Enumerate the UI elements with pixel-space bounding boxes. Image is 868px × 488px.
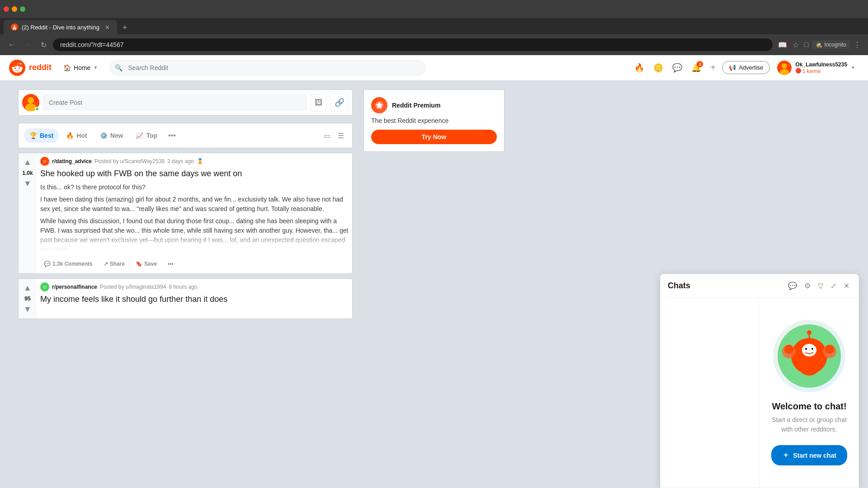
post-card: ▲ 1.0k ▼ r/ r/dating_advice Posted by u/… [18,153,353,274]
sort-tab-best[interactable]: 🏆 Best [24,128,59,143]
chat-icon-btn[interactable]: 💬 [670,60,685,75]
tab-title: (2) Reddit - Dive into anything [22,24,99,31]
hot-icon: 🔥 [66,132,74,139]
try-now-btn[interactable]: Try Now [371,130,497,144]
start-chat-plus-icon: ＋ [782,450,789,460]
post-content: r/ r/personalfinance Posted by u/Imagina… [37,279,352,319]
sort-tab-new[interactable]: ⚙️ New [94,128,129,143]
browser-window-controls [0,0,868,18]
create-post-icon-btn[interactable]: + [708,60,718,75]
menu-icon[interactable]: ⋮ [852,39,863,51]
welcome-snoo-svg [778,324,841,388]
tab-favicon [11,23,18,31]
chats-expand-icon-btn[interactable]: ⤢ [829,280,838,292]
reddit-logo-text: reddit [29,63,52,72]
chats-close-icon-btn[interactable]: ✕ [842,280,851,292]
post-inner: ▲ 95 ▼ r/ r/personalfinance Posted by u/… [19,279,352,319]
upvote-btn[interactable]: ▲ [21,157,34,168]
post-subreddit[interactable]: r/personalfinance [52,284,97,290]
post-fade-overlay [40,232,349,254]
user-menu[interactable]: Ok_Lawfulness5235 🔴 1 karma ▼ [774,59,859,77]
post-title[interactable]: She hooked up with FWB on the same days … [40,169,349,179]
downvote-btn[interactable]: ▼ [21,304,34,315]
premium-icon [371,97,387,113]
reddit-logo[interactable]: reddit [9,60,52,76]
sort-tab-top[interactable]: 📈 Top [130,128,163,143]
search-icon: 🔍 [115,64,123,71]
more-sort-btn[interactable]: ••• [165,128,179,143]
award-icon: 🏅 [197,158,203,164]
premium-title: Reddit Premium [392,102,440,109]
welcome-title: Welcome to chat! [772,401,846,412]
create-post-input[interactable] [43,95,307,110]
tab-close-btn[interactable]: ✕ [105,24,110,31]
home-nav-btn[interactable]: 🏠 Home ▼ [59,61,102,74]
user-details: Ok_Lawfulness5235 🔴 1 karma [795,61,847,74]
new-tab-btn[interactable]: + [119,21,131,34]
vote-col: ▲ 95 ▼ [19,279,37,319]
create-post-widget: 🖼 🔗 [18,89,353,116]
reddit-header: reddit 🏠 Home ▼ 🔍 🔥 🪙 💬 🔔 2 + 📢 Advertis… [0,55,868,80]
chats-chevron-icon-btn[interactable]: ▽ [816,280,825,292]
post-subreddit[interactable]: r/dating_advice [52,158,92,164]
svg-point-26 [784,345,793,354]
save-btn[interactable]: 🔖 Save [132,258,160,270]
forward-btn[interactable]: → [22,39,34,51]
refresh-btn[interactable]: ↻ [38,39,49,51]
image-upload-btn[interactable]: 🖼 [311,94,327,112]
window-close-btn[interactable] [4,6,9,12]
post-time: 8 hours ago [169,284,197,290]
welcome-illustration [773,320,845,392]
active-browser-tab[interactable]: (2) Reddit - Dive into anything ✕ [4,20,117,34]
coins-icon-btn[interactable]: 🪙 [651,60,666,75]
popular-icon-btn[interactable]: 🔥 [632,60,647,75]
address-bar[interactable] [53,38,773,51]
chats-list-sidebar [660,298,760,488]
notifications-icon-btn[interactable]: 🔔 2 [689,60,704,75]
browser-tab-bar: (2) Reddit - Dive into anything ✕ + [0,18,868,34]
search-bar-container: 🔍 [109,60,426,75]
svg-point-27 [825,345,834,354]
post-title[interactable]: My income feels like it should go furthe… [40,294,349,305]
window-minimize-btn[interactable] [12,6,17,12]
feed: 🖼 🔗 🏆 Best 🔥 Hot ⚙️ New 📈 [18,89,353,479]
reader-mode-icon[interactable]: 📖 [776,39,789,51]
downvote-btn[interactable]: ▼ [21,178,34,189]
bookmark-icon[interactable]: ☆ [791,39,801,51]
sort-tab-hot[interactable]: 🔥 Hot [61,128,92,143]
advertise-btn[interactable]: 📢 Advertise [722,61,770,74]
compact-view-btn[interactable]: ☰ [335,129,347,143]
card-view-btn[interactable]: ▭ [321,129,333,143]
chats-body: Welcome to chat! Start a direct or group… [660,298,859,488]
vote-col: ▲ 1.0k ▼ [19,153,37,273]
share-btn[interactable]: ↗ Share [100,258,128,270]
link-btn[interactable]: 🔗 [330,94,349,112]
comments-icon: 💬 [44,261,51,267]
svg-point-16 [802,344,816,357]
post-meta: r/ r/personalfinance Posted by u/Imagina… [40,282,349,291]
search-input[interactable] [109,60,426,75]
premium-description: The best Reddit experience [371,117,497,124]
chats-message-icon-btn[interactable]: 💬 [786,280,799,292]
sidebar-icon[interactable]: □ [802,39,811,51]
svg-point-22 [807,330,811,335]
browser-nav-icons: 📖 ☆ □ 🕵️ Incognito ⋮ [776,39,863,51]
top-icon: 📈 [136,132,143,139]
premium-header: Reddit Premium [371,97,497,113]
svg-point-20 [811,348,813,350]
chats-filter-icon-btn[interactable]: ⚙ [802,280,812,292]
chats-welcome-area: Welcome to chat! Start a direct or group… [760,298,859,488]
more-actions-btn[interactable]: ••• [164,258,177,270]
browser-nav-bar: ← → ↻ 📖 ☆ □ 🕵️ Incognito ⋮ [0,34,868,55]
svg-point-7 [782,63,787,69]
back-btn[interactable]: ← [5,39,18,51]
comments-btn[interactable]: 💬 1.3k Comments [40,258,96,270]
notification-badge: 2 [697,61,703,67]
post-content: r/ r/dating_advice Posted by u/ScaredWay… [37,153,352,273]
online-status-dot [35,107,39,111]
chats-title: Chats [668,281,783,291]
upvote-btn[interactable]: ▲ [21,282,34,294]
advertise-icon: 📢 [729,64,736,71]
start-new-chat-btn[interactable]: ＋ Start new chat [771,445,847,465]
window-maximize-btn[interactable] [20,6,25,12]
